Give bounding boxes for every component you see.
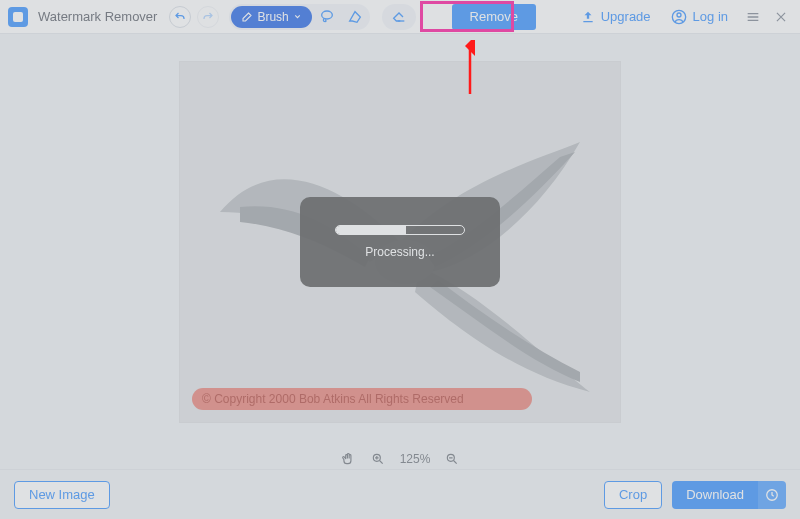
processing-overlay: Processing... xyxy=(300,197,500,287)
remove-button[interactable]: Remove xyxy=(452,4,536,30)
upload-icon xyxy=(581,10,595,24)
close-icon xyxy=(774,10,788,24)
redo-icon xyxy=(202,11,214,23)
upgrade-button[interactable]: Upgrade xyxy=(581,9,651,24)
zoom-level: 125% xyxy=(400,452,431,466)
menu-button[interactable] xyxy=(742,6,764,28)
undo-button[interactable] xyxy=(169,6,191,28)
zoom-out-button[interactable] xyxy=(444,451,460,467)
brush-label: Brush xyxy=(257,10,288,24)
lasso-icon xyxy=(319,9,335,25)
eraser-tool[interactable] xyxy=(382,4,416,30)
app-title: Watermark Remover xyxy=(38,9,157,24)
progress-fill xyxy=(336,226,406,234)
redo-button[interactable] xyxy=(197,6,219,28)
svg-point-0 xyxy=(321,11,332,19)
remove-label: Remove xyxy=(470,9,518,24)
brush-tool[interactable]: Brush xyxy=(231,6,311,28)
svg-point-2 xyxy=(677,13,681,17)
image-canvas[interactable]: © Copyright 2000 Bob Atkins All Rights R… xyxy=(179,61,621,423)
pan-tool[interactable] xyxy=(340,451,356,467)
zoom-bar: 125% xyxy=(0,451,800,467)
download-label: Download xyxy=(686,487,744,502)
clock-icon xyxy=(765,488,779,502)
login-label: Log in xyxy=(693,9,728,24)
crop-label: Crop xyxy=(619,487,647,502)
app-logo xyxy=(8,7,28,27)
zoom-in-icon xyxy=(371,452,385,466)
close-window-button[interactable] xyxy=(770,6,792,28)
upgrade-label: Upgrade xyxy=(601,9,651,24)
download-history-button[interactable] xyxy=(758,481,786,509)
watermark-selection[interactable]: © Copyright 2000 Bob Atkins All Rights R… xyxy=(192,388,532,410)
user-icon xyxy=(671,9,687,25)
polygon-icon xyxy=(347,9,363,25)
hamburger-icon xyxy=(745,9,761,25)
brush-icon xyxy=(241,11,253,23)
download-button[interactable]: Download xyxy=(672,481,758,509)
polygon-tool[interactable] xyxy=(342,6,368,28)
progress-bar xyxy=(335,225,465,235)
zoom-out-icon xyxy=(445,452,459,466)
new-image-label: New Image xyxy=(29,487,95,502)
processing-label: Processing... xyxy=(365,245,434,259)
crop-button[interactable]: Crop xyxy=(604,481,662,509)
canvas-area: © Copyright 2000 Bob Atkins All Rights R… xyxy=(0,34,800,449)
hand-icon xyxy=(341,452,355,466)
chevron-down-icon xyxy=(293,12,302,21)
footer: New Image Crop Download xyxy=(0,469,800,519)
undo-icon xyxy=(174,11,186,23)
download-group: Download xyxy=(672,481,786,509)
lasso-tool[interactable] xyxy=(314,6,340,28)
eraser-icon xyxy=(391,9,407,25)
toolbar: Watermark Remover Brush Remove Upgrade L… xyxy=(0,0,800,34)
new-image-button[interactable]: New Image xyxy=(14,481,110,509)
watermark-text: © Copyright 2000 Bob Atkins All Rights R… xyxy=(202,392,464,406)
selection-tool-group: Brush xyxy=(229,4,369,30)
zoom-in-button[interactable] xyxy=(370,451,386,467)
login-button[interactable]: Log in xyxy=(671,9,728,25)
